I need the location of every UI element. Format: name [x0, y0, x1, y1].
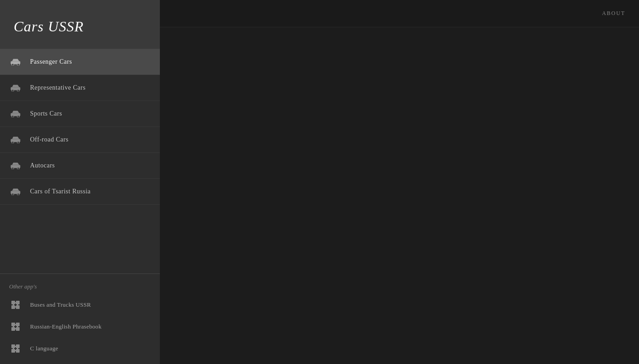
puzzle-icon-phrasebook [9, 320, 22, 333]
nav-label-tsarist: Cars of Tsarist Russia [30, 188, 91, 195]
nav-item-passenger[interactable]: Passenger Cars [0, 49, 160, 75]
nav-section: Passenger Cars Representative Cars [0, 49, 160, 270]
divider [0, 273, 160, 274]
svg-point-13 [12, 167, 14, 169]
svg-rect-33 [15, 328, 16, 329]
car-icon-sports [9, 107, 22, 120]
svg-point-2 [17, 64, 20, 66]
svg-rect-21 [16, 305, 20, 309]
car-icon-representative [9, 81, 22, 94]
other-app-phrasebook[interactable]: Russian-English Phrasebook [0, 316, 160, 338]
svg-rect-32 [17, 326, 18, 328]
sidebar-header: Cars USSR [0, 0, 160, 49]
car-icon-autocars [9, 159, 22, 172]
nav-item-autocars[interactable]: Autocars [0, 153, 160, 179]
other-app-buses-trucks[interactable]: Buses and Trucks USSR [0, 294, 160, 316]
svg-point-7 [12, 116, 14, 117]
svg-rect-25 [15, 306, 16, 308]
other-apps-label: Other app's [0, 278, 160, 294]
nav-item-tsarist[interactable]: Cars of Tsarist Russia [0, 179, 160, 205]
nav-label-autocars: Autocars [30, 162, 55, 169]
svg-point-11 [17, 142, 20, 143]
other-app-label-clanguage: C language [30, 345, 58, 352]
svg-point-1 [12, 64, 14, 66]
svg-rect-19 [16, 301, 20, 304]
main-content: ABOUT [160, 0, 639, 364]
svg-point-16 [12, 193, 14, 195]
nav-item-representative[interactable]: Representative Cars [0, 75, 160, 101]
svg-point-5 [17, 90, 20, 91]
app-title: Cars USSR [14, 18, 146, 35]
svg-rect-22 [15, 302, 16, 303]
svg-rect-41 [15, 350, 16, 351]
svg-rect-39 [13, 348, 14, 349]
svg-rect-18 [11, 301, 15, 304]
svg-rect-37 [16, 349, 20, 353]
other-apps-section: Other app's Buses and Trucks USSR [0, 278, 160, 364]
sidebar: Cars USSR Passenger Cars [0, 0, 160, 364]
svg-rect-30 [15, 324, 16, 325]
other-app-label-phrasebook: Russian-English Phrasebook [30, 323, 102, 330]
svg-point-10 [12, 142, 14, 143]
nav-label-offroad: Off-road Cars [30, 136, 68, 143]
svg-rect-35 [16, 344, 20, 348]
top-bar: ABOUT [160, 0, 639, 27]
nav-label-passenger: Passenger Cars [30, 58, 72, 66]
svg-rect-23 [13, 304, 14, 306]
svg-rect-29 [16, 327, 20, 331]
svg-point-8 [17, 116, 20, 117]
car-icon [9, 56, 22, 68]
svg-rect-28 [11, 327, 15, 331]
svg-rect-38 [15, 346, 16, 347]
other-app-label-buses: Buses and Trucks USSR [30, 301, 91, 308]
nav-label-representative: Representative Cars [30, 84, 86, 91]
puzzle-icon-clanguage [9, 342, 22, 355]
about-link[interactable]: ABOUT [602, 10, 625, 17]
svg-rect-31 [13, 326, 14, 328]
svg-rect-34 [11, 344, 15, 348]
svg-rect-20 [11, 305, 15, 309]
puzzle-icon-buses [9, 298, 22, 311]
svg-rect-36 [11, 349, 15, 353]
car-icon-offroad [9, 133, 22, 146]
svg-point-4 [12, 90, 14, 91]
nav-item-sports[interactable]: Sports Cars [0, 101, 160, 127]
nav-label-sports: Sports Cars [30, 110, 62, 117]
svg-point-17 [17, 193, 20, 195]
svg-point-14 [17, 167, 20, 169]
svg-rect-27 [16, 323, 20, 326]
car-icon-tsarist [9, 185, 22, 198]
nav-item-offroad[interactable]: Off-road Cars [0, 127, 160, 153]
other-app-c-language[interactable]: C language [0, 338, 160, 359]
svg-rect-26 [11, 323, 15, 326]
svg-rect-24 [17, 304, 18, 306]
content-area [160, 27, 639, 364]
svg-rect-40 [17, 348, 18, 349]
